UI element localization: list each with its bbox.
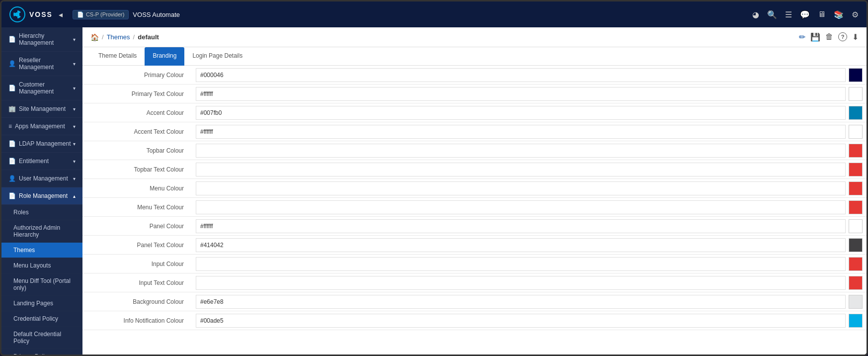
- sidebar-item-default-credential-policy[interactable]: Default Credential Policy: [1, 327, 82, 349]
- field-input-wrapper-accent-text-colour: [192, 123, 867, 141]
- app-title: VOSS Automate: [133, 11, 180, 18]
- color-swatch-input-text-colour[interactable]: [849, 276, 863, 290]
- sidebar-label: User Management: [19, 175, 68, 182]
- field-input-topbar-colour[interactable]: [196, 144, 846, 158]
- field-input-background-colour[interactable]: [196, 295, 846, 309]
- field-input-panel-text-colour[interactable]: [196, 238, 846, 252]
- main-layout: 📄 Hierarchy Management 👤 Reseller Manage…: [1, 27, 867, 355]
- color-swatch-panel-colour[interactable]: [849, 219, 863, 233]
- sidebar-item-privacy-policy[interactable]: Privacy Policy: [1, 349, 82, 355]
- color-swatch-topbar-colour[interactable]: [849, 144, 863, 158]
- sidebar-item-reseller-management[interactable]: 👤 Reseller Management: [1, 52, 82, 76]
- field-input-accent-text-colour[interactable]: [196, 125, 846, 139]
- sidebar-item-landing-pages[interactable]: Landing Pages: [1, 296, 82, 311]
- home-icon[interactable]: 🏠: [90, 33, 99, 41]
- field-input-panel-colour[interactable]: [196, 219, 846, 233]
- help-button[interactable]: ?: [838, 32, 847, 41]
- sidebar-item-hierarchy-management[interactable]: 📄 Hierarchy Management: [1, 27, 82, 52]
- sidebar-sub-label: Default Credential Policy: [13, 331, 61, 345]
- color-swatch-background-colour[interactable]: [849, 295, 863, 309]
- monitor-icon[interactable]: 🖥: [818, 10, 826, 19]
- field-label-panel-colour: Panel Colour: [82, 219, 192, 234]
- field-input-info-notification-colour[interactable]: [196, 314, 846, 328]
- sidebar-sub-label: Privacy Policy: [13, 353, 51, 355]
- search-icon[interactable]: 🔍: [767, 10, 777, 19]
- sidebar-item-ldap-management[interactable]: 📄 LDAP Management: [1, 135, 82, 153]
- field-input-wrapper-topbar-text-colour: [192, 161, 867, 178]
- field-input-wrapper-panel-text-colour: [192, 236, 867, 254]
- field-input-wrapper-panel-colour: [192, 217, 867, 235]
- download-button[interactable]: ⬇: [852, 32, 859, 42]
- tabs: Theme Details Branding Login Page Detail…: [82, 47, 867, 66]
- topbar-actions: ◕ 🔍 ☰ 💬 🖥 📚 ⚙: [752, 10, 859, 19]
- field-input-menu-text-colour[interactable]: [196, 200, 846, 214]
- sidebar-item-menu-diff-tool[interactable]: Menu Diff Tool (Portal only): [1, 273, 82, 296]
- field-input-input-colour[interactable]: [196, 257, 846, 271]
- color-swatch-menu-colour[interactable]: [849, 181, 863, 195]
- sidebar-sub-label: Roles: [13, 209, 29, 216]
- field-input-wrapper-primary-text-colour: [192, 85, 867, 103]
- breadcrumb-themes-link[interactable]: Themes: [107, 33, 130, 41]
- field-label-accent-text-colour: Accent Text Colour: [82, 124, 192, 139]
- field-input-menu-colour[interactable]: [196, 181, 846, 195]
- form-row-primary-colour: Primary Colour: [82, 66, 867, 85]
- sidebar-item-roles[interactable]: Roles: [1, 205, 82, 220]
- color-swatch-primary-colour[interactable]: [849, 68, 863, 82]
- save-button[interactable]: 💾: [810, 32, 820, 42]
- sidebar-item-apps-management[interactable]: ≡ Apps Management: [1, 118, 82, 135]
- color-swatch-info-notification-colour[interactable]: [849, 314, 863, 328]
- tab-branding[interactable]: Branding: [145, 47, 184, 66]
- sidebar-item-themes[interactable]: Themes: [1, 243, 82, 258]
- field-label-panel-text-colour: Panel Text Colour: [82, 238, 192, 253]
- compass-icon[interactable]: ◕: [752, 10, 759, 19]
- edit-button[interactable]: ✏: [799, 32, 805, 42]
- sidebar-collapse-button[interactable]: ◂: [59, 10, 63, 19]
- sidebar-sub-label: Themes: [13, 247, 35, 254]
- color-swatch-menu-text-colour[interactable]: [849, 200, 863, 214]
- form-row-topbar-colour: Topbar Colour: [82, 141, 867, 160]
- color-swatch-accent-text-colour[interactable]: [849, 125, 863, 139]
- tab-theme-details[interactable]: Theme Details: [90, 47, 145, 66]
- sidebar-item-customer-management[interactable]: 📄 Customer Management: [1, 76, 82, 100]
- color-swatch-panel-text-colour[interactable]: [849, 238, 863, 252]
- field-input-primary-text-colour[interactable]: [196, 87, 846, 101]
- sidebar-item-role-management[interactable]: 📄 Role Management: [1, 187, 82, 205]
- color-swatch-input-colour[interactable]: [849, 257, 863, 271]
- field-label-menu-text-colour: Menu Text Colour: [82, 200, 192, 215]
- color-swatch-primary-text-colour[interactable]: [849, 87, 863, 101]
- sidebar-item-entitlement[interactable]: 📄 Entitlement: [1, 153, 82, 170]
- field-input-wrapper-primary-colour: [192, 66, 867, 84]
- sidebar-item-site-management[interactable]: 🏢 Site Management: [1, 100, 82, 118]
- breadcrumb: 🏠 / Themes / default: [90, 33, 159, 41]
- color-swatch-accent-colour[interactable]: [849, 106, 863, 120]
- building-icon: 🏢: [8, 105, 16, 112]
- sidebar-item-authorized-admin[interactable]: Authorized Admin Hierarchy: [1, 220, 82, 243]
- field-input-wrapper-background-colour: [192, 293, 867, 311]
- breadcrumb-separator-2: /: [133, 33, 135, 41]
- field-input-wrapper-accent-colour: [192, 104, 867, 122]
- tab-login-page-details[interactable]: Login Page Details: [184, 47, 250, 66]
- field-input-input-text-colour[interactable]: [196, 276, 846, 290]
- delete-button[interactable]: 🗑: [825, 32, 833, 42]
- field-input-topbar-text-colour[interactable]: [196, 163, 846, 177]
- chat-icon[interactable]: 💬: [800, 10, 810, 19]
- field-input-wrapper-menu-text-colour: [192, 198, 867, 216]
- field-label-primary-colour: Primary Colour: [82, 68, 192, 83]
- sidebar-item-menu-layouts[interactable]: Menu Layouts: [1, 258, 82, 273]
- gear-icon[interactable]: ⚙: [852, 10, 859, 19]
- list-icon[interactable]: ☰: [785, 10, 792, 19]
- book-icon[interactable]: 📚: [834, 10, 844, 19]
- sidebar-item-user-management[interactable]: 👤 User Management: [1, 170, 82, 187]
- doc-icon: 📄: [77, 11, 84, 18]
- color-swatch-topbar-text-colour[interactable]: [849, 163, 863, 177]
- sidebar-label: Reseller Management: [19, 57, 73, 71]
- sidebar-item-credential-policy[interactable]: Credential Policy: [1, 311, 82, 327]
- form-content: Primary Colour Primary Text Colour Accen…: [82, 66, 867, 355]
- field-input-accent-colour[interactable]: [196, 106, 846, 120]
- expand-arrow-icon: [73, 61, 76, 67]
- user-icon: 👤: [8, 60, 16, 67]
- field-input-primary-colour[interactable]: [196, 68, 846, 82]
- form-row-topbar-text-colour: Topbar Text Colour: [82, 160, 867, 179]
- form-row-input-text-colour: Input Text Colour: [82, 273, 867, 292]
- form-row-accent-colour: Accent Colour: [82, 103, 867, 122]
